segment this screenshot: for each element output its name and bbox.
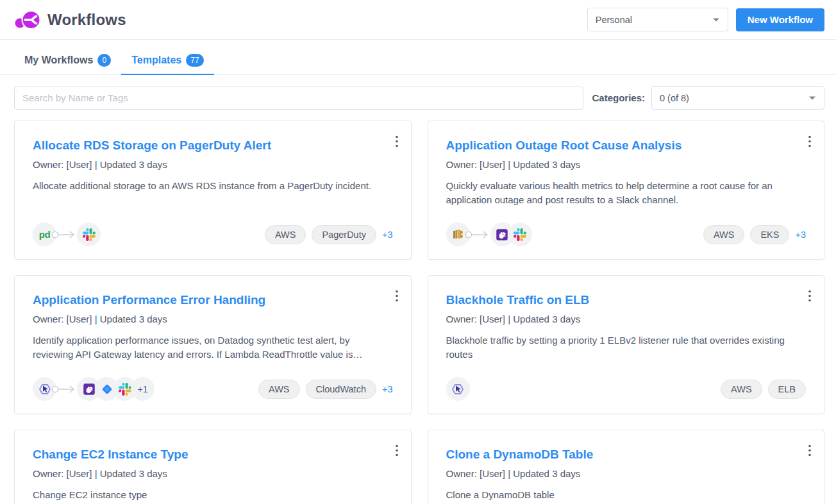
categories-label: Categories: [592, 92, 645, 103]
workflow-card: Application Outage Root Cause Analysis O… [428, 121, 825, 260]
kebab-menu-icon [808, 444, 811, 457]
kebab-menu-button[interactable] [392, 441, 402, 463]
tab-label: My Workflows [24, 55, 93, 66]
workflow-card: Allocate RDS Storage on PagerDuty Alert … [14, 121, 412, 260]
workflow-meta: Owner: [User] | Updated 3 days [33, 314, 393, 324]
workspace-select[interactable]: Personal [587, 8, 728, 31]
tag-pill: AWS [265, 225, 306, 244]
tag-pill: PagerDuty [312, 225, 376, 244]
workflow-meta: Owner: [User] | Updated 3 days [446, 314, 807, 324]
more-tags-link[interactable]: +3 [382, 230, 393, 240]
workflow-service-icons [446, 223, 532, 246]
search-input[interactable] [14, 87, 583, 110]
header: Workflows Personal New Workflow [0, 0, 836, 40]
workflow-service-icons [446, 377, 470, 401]
kebab-menu-button[interactable] [392, 131, 402, 154]
workflow-connector-arrow-icon [465, 230, 489, 239]
page-title: Workflows [47, 11, 126, 29]
app-logo-icon [14, 8, 41, 31]
kebab-menu-button[interactable] [805, 131, 815, 154]
categories-select[interactable]: 0 (of 8) [651, 86, 824, 110]
new-workflow-button[interactable]: New Workflow [736, 8, 824, 31]
tag-pill: AWS [258, 380, 300, 399]
kebab-menu-button[interactable] [392, 286, 402, 308]
more-tags-link[interactable]: +3 [795, 230, 806, 240]
tab-label: Templates [131, 55, 181, 66]
workflow-card: Application Performance Error Handling O… [14, 275, 412, 414]
workflow-title-link[interactable]: Clone a DynamoDB Table [446, 447, 807, 462]
synthetics-hexagon-icon [446, 377, 470, 401]
workflow-tags: AWSCloudWatch+3 [258, 380, 393, 399]
tag-pill: EKS [750, 225, 789, 244]
workflow-description: Allocate additional storage to an AWS RD… [33, 179, 393, 193]
kebab-menu-icon [396, 290, 398, 303]
chevron-down-icon [808, 96, 816, 101]
kebab-menu-button[interactable] [805, 441, 815, 463]
kebab-menu-icon [396, 135, 398, 148]
tag-pill: ELB [768, 380, 806, 399]
brand: Workflows [14, 8, 126, 31]
card-footer: AWSELB [446, 377, 807, 401]
tag-pill: CloudWatch [306, 380, 376, 399]
kebab-menu-button[interactable] [805, 286, 815, 308]
workflow-title-link[interactable]: Application Performance Error Handling [33, 292, 393, 308]
kebab-menu-icon [808, 290, 811, 303]
card-footer: AWSEKS+3 [446, 223, 807, 246]
filter-row: Categories: 0 (of 8) [0, 75, 836, 110]
tab-bar: My Workflows 0 Templates 77 [0, 40, 836, 75]
workflow-meta: Owner: [User] | Updated 3 days [33, 468, 393, 479]
workflow-tags: AWSPagerDuty+3 [265, 225, 393, 244]
card-footer: pd AWSPagerDuty+3 [33, 223, 393, 246]
workflow-title-link[interactable]: Allocate RDS Storage on PagerDuty Alert [33, 138, 393, 153]
chevron-down-icon [712, 17, 720, 22]
workflow-description: Change EC2 instance type [33, 488, 393, 502]
slack-icon [77, 223, 101, 246]
workflow-card: Clone a DynamoDB Table Owner: [User] | U… [428, 430, 825, 504]
workflow-title-link[interactable]: Change EC2 Instance Type [33, 447, 393, 462]
categories-group: Categories: 0 (of 8) [592, 86, 824, 110]
workflow-tags: AWSELB [721, 380, 806, 399]
card-footer: +1 AWSCloudWatch+3 [33, 377, 393, 401]
workflow-meta: Owner: [User] | Updated 3 days [33, 159, 393, 170]
kebab-menu-icon [808, 135, 811, 148]
tab-my-workflows[interactable]: My Workflows 0 [14, 49, 121, 74]
workflow-meta: Owner: [User] | Updated 3 days [446, 468, 807, 479]
workflow-tags: AWSEKS+3 [703, 225, 806, 244]
templates-grid: Allocate RDS Storage on PagerDuty Alert … [0, 110, 836, 504]
topbar-right: Personal New Workflow [587, 8, 824, 31]
slack-icon [508, 223, 532, 246]
more-tags-link[interactable]: +3 [382, 384, 393, 394]
workflow-connector-arrow-icon [51, 230, 76, 239]
workflow-service-icons: +1 [33, 377, 155, 401]
workspace-select-value: Personal [596, 15, 632, 25]
tab-count-badge: 0 [97, 54, 111, 67]
workflow-description: Blackhole traffic by setting a priority … [446, 333, 807, 362]
workflow-description: Quickly evaluate various health metrics … [446, 179, 807, 207]
workflow-meta: Owner: [User] | Updated 3 days [446, 159, 807, 170]
extra-services-badge: +1 [131, 377, 155, 401]
categories-select-value: 0 (of 8) [660, 93, 689, 103]
tab-templates[interactable]: Templates 77 [121, 49, 213, 74]
tag-pill: AWS [721, 380, 762, 399]
tab-count-badge: 77 [186, 54, 203, 67]
workflow-description: Identify application performance issues,… [33, 333, 393, 362]
tag-pill: AWS [703, 225, 745, 244]
workflow-title-link[interactable]: Blackhole Traffic on ELB [446, 292, 807, 308]
workflow-card: Change EC2 Instance Type Owner: [User] |… [14, 430, 412, 504]
workflow-description: Clone a DynamoDB table [446, 488, 807, 502]
kebab-menu-icon [396, 444, 398, 457]
workflow-card: Blackhole Traffic on ELB Owner: [User] |… [428, 275, 825, 414]
workflow-connector-arrow-icon [51, 385, 76, 394]
workflow-title-link[interactable]: Application Outage Root Cause Analysis [446, 138, 807, 153]
workflow-service-icons: pd [33, 223, 101, 246]
